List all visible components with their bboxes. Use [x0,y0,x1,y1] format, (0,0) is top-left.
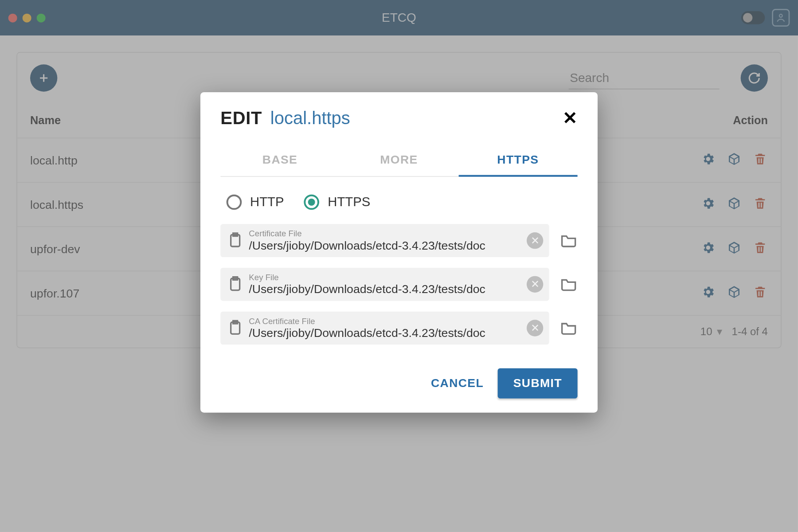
file-label: Certificate File [249,229,522,238]
file-label: Key File [249,273,522,282]
radio-http[interactable]: HTTP [227,195,284,210]
tab-base[interactable]: BASE [220,145,339,176]
radio-label: HTTP [250,195,284,210]
clear-icon[interactable]: ✕ [527,276,543,293]
file-path: /Users/jioby/Downloads/etcd-3.4.23/tests… [249,282,522,296]
file-path: /Users/jioby/Downloads/etcd-3.4.23/tests… [249,239,522,253]
attachment-icon [227,319,244,337]
dialog-tabs: BASE MORE HTTPS [220,145,577,177]
radio-icon [304,195,320,210]
radio-icon [227,195,242,210]
close-icon[interactable]: ✕ [563,108,577,129]
folder-icon[interactable] [560,275,578,293]
tab-https[interactable]: HTTPS [458,145,577,177]
submit-button[interactable]: SUBMIT [498,368,578,399]
file-field-ca: CA Certificate File/Users/jioby/Download… [220,312,577,345]
folder-icon[interactable] [560,232,578,250]
dialog-title: EDIT [220,108,262,128]
attachment-icon [227,232,244,250]
clear-icon[interactable]: ✕ [527,320,543,336]
file-field-cert: Certificate File/Users/jioby/Downloads/e… [220,224,577,257]
file-input[interactable]: Certificate File/Users/jioby/Downloads/e… [220,224,549,257]
attachment-icon [227,275,244,293]
file-label: CA Certificate File [249,316,522,325]
edit-dialog: EDIT local.https ✕ BASE MORE HTTPS HTTP … [200,92,598,413]
file-field-key: Key File/Users/jioby/Downloads/etcd-3.4.… [220,268,577,301]
folder-icon[interactable] [560,319,578,337]
tab-more[interactable]: MORE [340,145,458,176]
file-input[interactable]: CA Certificate File/Users/jioby/Download… [220,312,549,345]
radio-https[interactable]: HTTPS [304,195,370,210]
file-path: /Users/jioby/Downloads/etcd-3.4.23/tests… [249,326,522,340]
dialog-subtitle: local.https [270,108,350,128]
modal-overlay: EDIT local.https ✕ BASE MORE HTTPS HTTP … [0,0,798,532]
file-input[interactable]: Key File/Users/jioby/Downloads/etcd-3.4.… [220,268,549,301]
clear-icon[interactable]: ✕ [527,232,543,249]
cancel-button[interactable]: CANCEL [431,376,484,390]
radio-label: HTTPS [328,195,370,210]
